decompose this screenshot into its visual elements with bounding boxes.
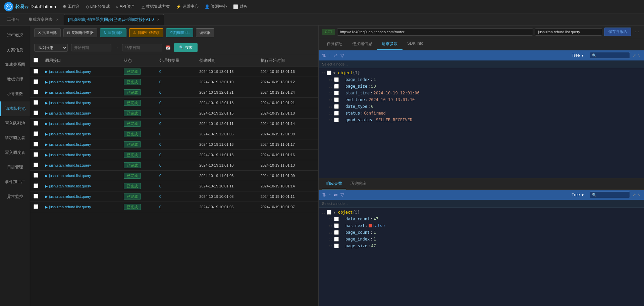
tree-child-node[interactable]: :: ▶ good_status : SELLER_RECEIVED bbox=[319, 117, 644, 123]
iface-link[interactable]: jushuitan.refund.list.query bbox=[49, 153, 91, 157]
schedule-button[interactable]: 立刻调度 ds bbox=[166, 28, 193, 37]
resp-tree-sort-icon[interactable]: ⇌ bbox=[334, 192, 338, 198]
select-all-checkbox[interactable] bbox=[34, 58, 38, 62]
nav-item-resource[interactable]: 👤资源中心 bbox=[205, 4, 227, 9]
iface-link[interactable]: jushuitan.refund.list.query bbox=[49, 205, 91, 209]
start-date-input[interactable] bbox=[71, 44, 111, 51]
nav-item-api[interactable]: ○API 资产 bbox=[116, 4, 136, 9]
tab-connector-info[interactable]: 连接器信息 bbox=[347, 38, 377, 50]
url-input[interactable] bbox=[337, 28, 533, 36]
iface-link[interactable]: jushuitan.refund.list.query bbox=[49, 163, 91, 167]
row-checkbox[interactable] bbox=[34, 194, 38, 199]
sidebar-item-write-scheduler[interactable]: 写入调度者 bbox=[0, 145, 30, 160]
iface-link[interactable]: jushuitan.refund.list.query bbox=[49, 70, 91, 74]
tree-child-node[interactable]: :: ▶ page_size : 47 bbox=[319, 243, 644, 249]
debug-button[interactable]: 调试器 bbox=[196, 28, 214, 37]
save-activate-button[interactable]: 保存并激活 bbox=[604, 28, 631, 36]
row-checkbox[interactable] bbox=[34, 100, 38, 105]
row-checkbox[interactable] bbox=[34, 183, 38, 188]
tab-solution-list[interactable]: 集成方案列表 ✕ bbox=[24, 14, 63, 25]
resp-tree-filter-icon[interactable]: ▽ bbox=[340, 192, 344, 198]
tree-child-node[interactable]: :: ▶ page_size : 50 bbox=[319, 83, 644, 90]
iface-link[interactable]: jushuitan.refund.list.query bbox=[49, 194, 91, 199]
tree-child-node[interactable]: :: ▶ has_next : false bbox=[319, 222, 644, 229]
row-checkbox[interactable] bbox=[34, 142, 38, 146]
resp-resize-contract-icon[interactable]: ⤡ bbox=[637, 192, 641, 197]
more-options-icon[interactable]: ⋯ bbox=[633, 29, 641, 35]
node-checkbox[interactable] bbox=[334, 97, 339, 102]
tree-toolbar-sort-icon[interactable]: ⇌ bbox=[334, 53, 338, 58]
tree-child-node[interactable]: :: ▶ data_count : 47 bbox=[319, 216, 644, 222]
tree-child-node[interactable]: :: ▶ page_index : 1 bbox=[319, 76, 644, 83]
response-tree-search[interactable] bbox=[590, 191, 630, 198]
smart-gen-button[interactable]: ⚠ 智能生成请求 bbox=[129, 28, 163, 37]
end-date-input[interactable] bbox=[122, 44, 162, 51]
tree-child-node[interactable]: :: ▶ page_count : 1 bbox=[319, 229, 644, 236]
resp-resize-expand-icon[interactable]: ⤢ bbox=[633, 192, 636, 197]
iface-link[interactable]: jushuitan.refund.list.query bbox=[49, 174, 91, 178]
resize-expand-icon[interactable]: ⤢ bbox=[633, 53, 636, 58]
tree-toolbar-filter-icon[interactable]: ▽ bbox=[340, 53, 344, 58]
row-checkbox[interactable] bbox=[34, 79, 38, 84]
tree-child-node[interactable]: :: ▶ date_type : 0 bbox=[319, 103, 644, 110]
iface-link[interactable]: jushuitan.refund.list.query bbox=[49, 80, 91, 84]
iface-link[interactable]: jushuitan.refund.list.query bbox=[49, 142, 91, 146]
iface-link[interactable]: jushuitan.refund.list.query bbox=[49, 122, 91, 126]
sidebar-item-event[interactable]: 事件加工厂 bbox=[0, 175, 30, 189]
function-input[interactable] bbox=[535, 28, 602, 36]
tab-main-task[interactable]: [自动差缺]-销售退货同步(已确认-明细对接)-V1.0 ✕ bbox=[64, 14, 164, 25]
row-checkbox[interactable] bbox=[34, 152, 38, 157]
row-checkbox[interactable] bbox=[34, 131, 38, 136]
tab-task-info[interactable]: 任务信息 bbox=[322, 38, 347, 50]
nav-item-workbench[interactable]: ⚙工作台 bbox=[63, 4, 80, 9]
queue-status-select[interactable]: 队列状态 bbox=[34, 44, 68, 52]
resize-contract-icon[interactable]: ⤡ bbox=[637, 53, 641, 58]
node-checkbox[interactable] bbox=[334, 104, 339, 109]
node-checkbox[interactable] bbox=[327, 71, 331, 75]
node-checkbox[interactable] bbox=[334, 237, 339, 242]
nav-item-lite[interactable]: ◇Lite 轻集成 bbox=[86, 4, 110, 9]
nav-item-finance[interactable]: ⬜财务 bbox=[233, 4, 248, 9]
row-checkbox[interactable] bbox=[34, 121, 38, 126]
batch-delete-button[interactable]: ✕ 批量删除 bbox=[34, 28, 61, 37]
row-checkbox[interactable] bbox=[34, 90, 38, 94]
tab-response-params[interactable]: 响应参数 bbox=[322, 178, 346, 189]
sidebar-item-overview[interactable]: 运行概况 bbox=[0, 28, 30, 43]
tab-request-params[interactable]: 请求参数 bbox=[377, 38, 402, 50]
row-checkbox[interactable] bbox=[34, 204, 38, 209]
sidebar-item-info[interactable]: 方案信息 bbox=[0, 43, 30, 58]
tree-child-node[interactable]: :: ▶ end_time : 2024-10-19 13:01:10 bbox=[319, 96, 644, 103]
request-tree-search[interactable] bbox=[590, 52, 630, 59]
node-checkbox[interactable] bbox=[334, 84, 339, 89]
expand-icon[interactable]: ▼ bbox=[333, 211, 338, 214]
row-checkbox[interactable] bbox=[34, 163, 38, 167]
tab-workbench[interactable]: 工作台 bbox=[3, 14, 23, 25]
tree-root-node[interactable]: :: ▼ object {5} bbox=[319, 209, 644, 216]
sidebar-item-write-queue[interactable]: 写入队列池 bbox=[0, 116, 30, 131]
node-checkbox[interactable] bbox=[334, 244, 339, 248]
expand-icon[interactable]: ▼ bbox=[333, 71, 338, 75]
sidebar-item-graph[interactable]: 集成关系图 bbox=[0, 57, 30, 72]
sidebar-item-monitor[interactable]: 异常监控 bbox=[0, 189, 30, 204]
iface-link[interactable]: jushuitan.refund.list.query bbox=[49, 132, 91, 136]
row-checkbox[interactable] bbox=[34, 111, 38, 115]
tab-main-task-close[interactable]: ✕ bbox=[157, 18, 160, 21]
node-checkbox[interactable] bbox=[334, 77, 339, 82]
iface-link[interactable]: jushuitan.refund.list.query bbox=[49, 101, 91, 105]
sidebar-item-request-scheduler[interactable]: 请求调度者 bbox=[0, 131, 30, 145]
sidebar-item-data[interactable]: 数据管理 bbox=[0, 72, 30, 87]
node-checkbox[interactable] bbox=[327, 210, 331, 215]
search-button[interactable]: 🔍 搜索 bbox=[174, 43, 198, 52]
re-queue-button[interactable]: ↻ 重新排队 bbox=[100, 28, 126, 37]
iface-link[interactable]: jushuitan.refund.list.query bbox=[49, 90, 91, 94]
iface-link[interactable]: jushuitan.refund.list.query bbox=[49, 184, 91, 188]
tab-sdk-info[interactable]: SDK Info bbox=[402, 38, 428, 50]
copy-select-button[interactable]: ⊡ 复制选中数据 bbox=[63, 28, 97, 37]
tab-solution-list-close[interactable]: ✕ bbox=[56, 18, 59, 21]
row-checkbox[interactable] bbox=[34, 69, 38, 74]
iface-link[interactable]: jushuitan.refund.list.query bbox=[49, 111, 91, 115]
tree-toolbar-expand-icon[interactable]: ⇅ bbox=[322, 53, 326, 58]
node-checkbox[interactable] bbox=[334, 118, 339, 122]
resp-tree-expand-icon[interactable]: ⇅ bbox=[322, 192, 326, 198]
row-checkbox[interactable] bbox=[34, 173, 38, 178]
